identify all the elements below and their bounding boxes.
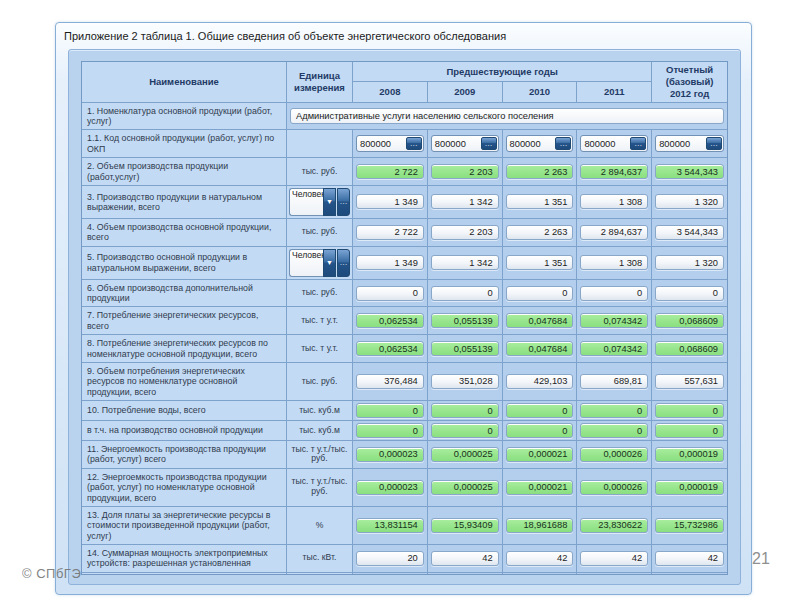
value-input[interactable]: 0 (580, 286, 648, 301)
value-cell: 0,000023 (353, 441, 428, 468)
value-cell: 0 (503, 280, 578, 307)
table-row: 7. Потребление энергетических ресурсов, … (82, 307, 727, 335)
value-cell: 42 (577, 545, 652, 572)
value-input[interactable]: 689,81 (580, 374, 648, 389)
value-input: 2 203 (431, 164, 499, 179)
unit-cell: тыс. руб. (287, 280, 353, 307)
okp-code-value: 800000 (507, 139, 556, 149)
unit-combobox[interactable]: Человек▼… (289, 188, 350, 216)
value-cell: 1 308 (577, 247, 652, 279)
ellipsis-icon[interactable]: … (337, 249, 350, 277)
value-input[interactable]: 0 (356, 286, 424, 301)
row-label: -среднегодовая заявленная (82, 573, 287, 575)
value-cell: 1 320 (652, 247, 727, 279)
value-cell: 3 544,343 (652, 158, 727, 185)
value-input: 0 (506, 423, 574, 438)
value-input[interactable]: 1 349 (356, 255, 424, 270)
value-input[interactable]: 2 263 (506, 225, 574, 240)
value-input: 0,055139 (431, 313, 499, 328)
value-input[interactable]: 1 320 (655, 194, 724, 209)
value-input[interactable]: 1 320 (655, 255, 724, 270)
ellipsis-icon[interactable]: … (337, 188, 350, 216)
value-input[interactable]: 1 351 (506, 255, 574, 270)
value-input[interactable]: 3 544,343 (655, 225, 724, 240)
okp-code-input[interactable]: 800000… (431, 135, 499, 152)
ellipsis-icon[interactable]: … (406, 137, 422, 150)
value-cell: 557,631 (652, 363, 727, 400)
value-input[interactable]: 0 (655, 286, 724, 301)
value-cell: 0 (353, 421, 428, 440)
value-cell: 42 (652, 545, 727, 572)
value-input: 0 (580, 403, 648, 418)
product-name-input[interactable]: Административные услуги населению сельск… (290, 108, 724, 124)
value-input[interactable]: 1 308 (580, 255, 648, 270)
value-input[interactable]: 1 349 (356, 194, 424, 209)
value-input: 0,000026 (580, 447, 648, 462)
value-cell: 42 (503, 545, 578, 572)
value-input[interactable]: 1 308 (580, 194, 648, 209)
value-input[interactable]: 42 (506, 551, 574, 566)
value-input[interactable]: 42 (431, 551, 499, 566)
value-cell: 800000… (353, 130, 428, 157)
value-cell: 0,047684 (503, 307, 578, 334)
value-input[interactable]: 557,631 (655, 374, 724, 389)
value-cell: 0 (577, 280, 652, 307)
header-previous-years: Предшествующие годы (353, 62, 652, 82)
ellipsis-icon[interactable]: … (706, 137, 722, 150)
unit-cell: тыс. кВт. (287, 545, 353, 572)
value-input[interactable]: 1 342 (431, 255, 499, 270)
value-input[interactable]: 42 (580, 551, 648, 566)
value-cell: 1 308 (577, 186, 652, 218)
value-input[interactable]: 42 (655, 551, 724, 566)
value-cell: 2 894,637 (577, 219, 652, 246)
value-cell: 41,91 (428, 573, 503, 575)
table-row: 5. Производство основной продукции в нат… (82, 247, 727, 280)
table-row: в т.ч. на производство основной продукци… (82, 421, 727, 441)
value-input[interactable]: 2 894,637 (580, 225, 648, 240)
okp-code-input[interactable]: 800000… (655, 135, 724, 152)
row-label: 8. Потребление энергетических ресурсов п… (82, 335, 287, 362)
value-cell: 0 (353, 401, 428, 420)
ellipsis-icon[interactable]: … (630, 137, 646, 150)
value-input[interactable]: 351,028 (431, 374, 499, 389)
ellipsis-icon[interactable]: … (555, 137, 571, 150)
row-label: 7. Потребление энергетических ресурсов, … (82, 307, 287, 334)
value-input[interactable]: 1 342 (431, 194, 499, 209)
table-row: 12. Энергоемкость производства продукции… (82, 469, 727, 507)
value-input[interactable]: 20 (356, 551, 424, 566)
value-input: 0,062534 (356, 341, 424, 356)
chevron-down-icon[interactable]: ▼ (323, 249, 336, 277)
okp-code-input[interactable]: 800000… (356, 135, 424, 152)
table-row: 6. Объем производства дополнительной про… (82, 280, 727, 308)
chevron-down-icon[interactable]: ▼ (323, 188, 336, 216)
value-cell: 0 (503, 421, 578, 440)
unit-cell: тыс. т у.т. (287, 307, 353, 334)
value-input[interactable]: 0 (506, 286, 574, 301)
value-input: 0,074342 (580, 313, 648, 328)
value-input: 3 544,343 (655, 164, 724, 179)
value-input: 0,068609 (655, 313, 724, 328)
value-cell: 0,062534 (353, 307, 428, 334)
value-cell: 0 (652, 421, 727, 440)
value-input: 0 (655, 403, 724, 418)
okp-code-input[interactable]: 800000… (506, 135, 574, 152)
value-cell: 18,961688 (503, 507, 578, 544)
value-input[interactable]: 2 203 (431, 225, 499, 240)
value-input[interactable]: 376,484 (356, 374, 424, 389)
header-report-year: Отчетный (базовый) 2012 год (652, 62, 727, 102)
value-input[interactable]: 0 (431, 286, 499, 301)
value-input: 18,961688 (506, 518, 574, 533)
okp-code-input[interactable]: 800000… (580, 135, 648, 152)
ellipsis-icon[interactable]: … (481, 137, 497, 150)
combo-selected-value: Человек (289, 188, 323, 216)
value-cell: 19,57 (353, 573, 428, 575)
slide-page-number: 21 (752, 550, 770, 568)
value-input[interactable]: 2 722 (356, 225, 424, 240)
value-input[interactable]: 1 351 (506, 194, 574, 209)
value-cell: 1 351 (503, 186, 578, 218)
unit-combobox[interactable]: Человек▼… (289, 249, 350, 277)
value-input: 15,732986 (655, 518, 724, 533)
value-input[interactable]: 429,103 (506, 374, 574, 389)
value-input: 0,000021 (506, 447, 574, 462)
row-label: 5. Производство основной продукции в нат… (82, 247, 287, 279)
